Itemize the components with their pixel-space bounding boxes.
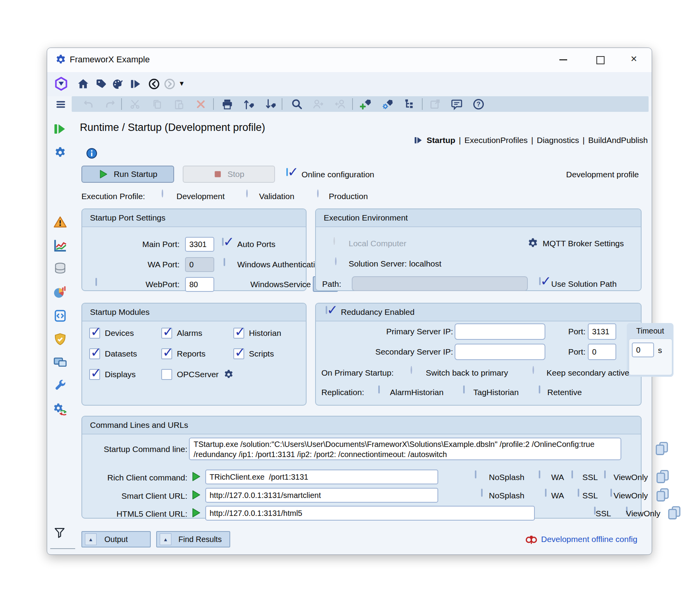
run-startup-button[interactable]: Run Startup	[81, 166, 174, 183]
sidebar-historian-chart-icon[interactable]	[53, 238, 67, 253]
smart-client-copy-icon[interactable]	[655, 487, 670, 503]
import-tags-icon[interactable]	[243, 98, 255, 110]
cut-icon[interactable]	[129, 99, 141, 110]
module-displays[interactable]: ✓Displays	[89, 369, 136, 380]
delete-icon[interactable]	[196, 99, 206, 109]
find-results-toggle-button[interactable]: ▲ Find Results	[156, 531, 230, 547]
output-toggle-button[interactable]: ▲ Output	[81, 531, 151, 547]
startup-command-input[interactable]: TStartup.exe /solution:"C:\Users\User\Do…	[189, 438, 621, 460]
mqtt-broker-settings-label[interactable]: MQTT Broker Settings	[543, 239, 624, 248]
module-datasets[interactable]: ✓Datasets	[89, 348, 137, 359]
nav-forward-icon[interactable]	[164, 78, 176, 90]
profile-validation-radio[interactable]	[246, 189, 248, 198]
sidebar-security-shield-icon[interactable]	[53, 332, 67, 346]
app-logo-icon[interactable]	[54, 77, 68, 91]
smart-ssl-checkbox[interactable]: ✓	[578, 489, 579, 497]
open-external-icon[interactable]	[429, 98, 441, 110]
rich-client-play-icon[interactable]	[190, 471, 201, 482]
smart-wa-checkbox[interactable]: ✓	[545, 489, 547, 497]
profile-production-radio[interactable]	[317, 189, 319, 198]
use-solution-path-checkbox[interactable]: ✓	[539, 277, 541, 285]
smart-client-play-icon[interactable]	[190, 489, 201, 500]
sidebar-settings-gear-icon[interactable]	[54, 146, 67, 159]
smart-client-input[interactable]	[205, 488, 438, 503]
redundancy-enabled-checkbox[interactable]: ✓	[326, 306, 327, 314]
offline-config-label[interactable]: Development offline config	[541, 535, 637, 544]
secondary-port-input[interactable]	[588, 344, 616, 360]
sidebar-displays-monitors-icon[interactable]	[53, 355, 67, 370]
sidebar-datasets-database-icon[interactable]	[53, 262, 67, 275]
sidebar-alarms-warning-icon[interactable]	[53, 215, 67, 229]
switch-back-radio[interactable]	[411, 366, 412, 374]
profile-development-radio[interactable]	[162, 189, 163, 198]
tag-tree-icon[interactable]	[404, 98, 416, 110]
print-icon[interactable]	[221, 98, 233, 110]
export-tags-icon[interactable]	[265, 98, 277, 110]
find-previous-user-icon[interactable]	[334, 98, 346, 110]
minimize-button[interactable]	[559, 59, 567, 60]
rich-nosplash-checkbox[interactable]: ✓	[475, 470, 476, 478]
sidebar-runtime-icon[interactable]	[53, 122, 67, 136]
breadcrumb-item-active[interactable]: Startup	[427, 136, 455, 145]
nav-back-icon[interactable]	[148, 78, 160, 90]
windows-authentication-checkbox[interactable]: ✓	[224, 258, 225, 266]
maximize-button[interactable]	[596, 56, 605, 64]
rich-client-input[interactable]	[205, 470, 438, 484]
rich-viewonly-checkbox[interactable]: ✓	[604, 470, 606, 478]
primary-server-ip-input[interactable]	[455, 323, 545, 340]
webport-checkbox[interactable]: ✓	[95, 278, 97, 286]
sidebar-devices-icon[interactable]	[53, 192, 67, 206]
mqtt-gear-icon[interactable]	[527, 237, 539, 249]
timeout-input[interactable]	[632, 343, 654, 357]
smart-viewonly-checkbox[interactable]: ✓	[610, 489, 612, 497]
smart-nosplash-checkbox[interactable]: ✓	[481, 489, 483, 497]
tag-icon[interactable]	[95, 78, 107, 90]
sidebar-tools-wrench-icon[interactable]	[53, 379, 67, 392]
replication-taghistorian-checkbox[interactable]: ✓	[463, 385, 465, 394]
rich-wa-checkbox[interactable]: ✓	[539, 470, 540, 478]
module-opcserver[interactable]: ✓OPCServer	[161, 369, 234, 380]
webport-input[interactable]	[185, 277, 214, 292]
keep-secondary-radio[interactable]	[532, 366, 534, 374]
comments-icon[interactable]	[451, 98, 463, 110]
appearance-palette-icon[interactable]	[111, 78, 124, 90]
copy-icon[interactable]	[152, 99, 163, 110]
replication-alarmhistorian-checkbox[interactable]: ✓	[378, 385, 380, 394]
sidebar-namespace-tags-icon[interactable]	[53, 169, 67, 182]
sidebar-scripts-code-icon[interactable]	[53, 309, 67, 323]
secondary-server-ip-input[interactable]	[455, 344, 545, 360]
find-next-user-icon[interactable]	[312, 98, 324, 110]
breadcrumb-item[interactable]: ExecutionProfiles	[464, 136, 527, 145]
html5-client-copy-icon[interactable]	[666, 505, 682, 521]
module-scripts[interactable]: ✓Scripts	[233, 348, 274, 359]
add-tag-icon[interactable]	[360, 98, 372, 110]
rich-client-copy-icon[interactable]	[655, 469, 670, 484]
html5-client-input[interactable]	[205, 506, 535, 521]
nav-dropdown-icon[interactable]: ▼	[178, 80, 185, 88]
solution-server-radio[interactable]	[335, 257, 337, 265]
redo-icon[interactable]	[104, 99, 116, 110]
runtime-play-icon[interactable]	[130, 78, 142, 90]
help-icon[interactable]: ?	[473, 98, 485, 110]
module-reports[interactable]: ✓Reports	[161, 348, 206, 359]
startup-command-copy-icon[interactable]	[654, 441, 670, 456]
html5-client-play-icon[interactable]	[190, 507, 201, 518]
auto-ports-checkbox[interactable]: ✓	[222, 238, 224, 246]
online-configuration-checkbox[interactable]: ✓	[286, 168, 288, 176]
main-port-input[interactable]	[185, 237, 214, 252]
close-button[interactable]: ×	[631, 53, 637, 65]
module-alarms[interactable]: ✓Alarms	[161, 328, 202, 339]
edit-tag-gear-icon[interactable]	[382, 98, 394, 110]
home-icon[interactable]	[77, 78, 90, 90]
menu-hamburger-icon[interactable]	[55, 99, 66, 110]
sidebar-reports-pie-icon[interactable]	[53, 285, 67, 299]
breadcrumb-item[interactable]: Diagnostics	[537, 136, 579, 145]
stop-button[interactable]: Stop	[183, 166, 275, 183]
filter-funnel-icon[interactable]	[53, 526, 66, 539]
info-icon[interactable]	[86, 147, 98, 159]
primary-port-input[interactable]	[588, 323, 616, 340]
breadcrumb-item[interactable]: BuildAndPublish	[588, 136, 648, 145]
undo-icon[interactable]	[83, 99, 94, 110]
module-historian[interactable]: ✓Historian	[233, 328, 281, 339]
sidebar-integrations-icon[interactable]	[53, 401, 67, 416]
